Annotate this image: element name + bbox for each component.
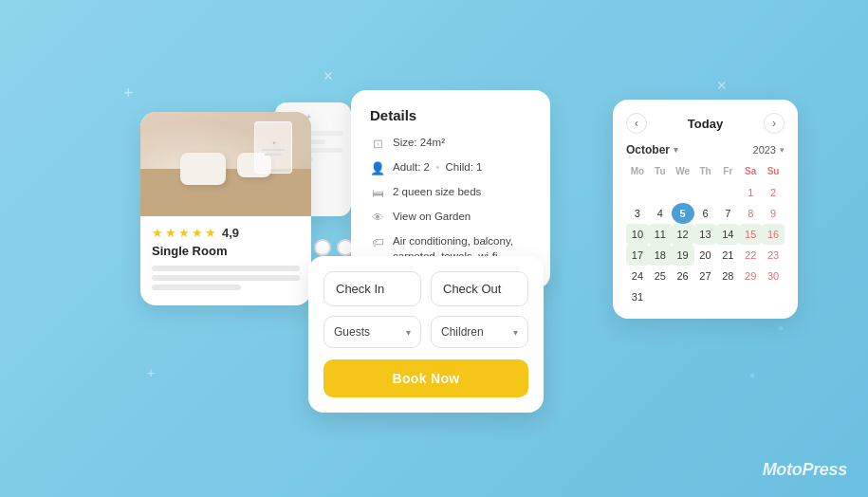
cal-day-empty-4 <box>694 182 717 203</box>
detail-guests: 👤 Adult: 2 • Child: 1 <box>370 159 531 175</box>
cal-day-6[interactable]: 6 <box>694 203 717 224</box>
view-text: View on Garden <box>393 209 471 224</box>
deco-cross-1: + <box>123 83 134 103</box>
cal-day-28[interactable]: 28 <box>716 266 739 286</box>
check-out-field[interactable]: Check Out <box>431 271 528 306</box>
calendar-today-label: Today <box>688 117 723 131</box>
cal-week-5: 24 25 26 27 28 29 30 <box>626 266 785 286</box>
room-name: Single Room <box>152 244 300 258</box>
month-chevron: ▾ <box>674 145 678 155</box>
cal-day-empty-7 <box>672 286 694 307</box>
cal-day-4[interactable]: 4 <box>649 203 672 224</box>
cal-day-25[interactable]: 25 <box>649 266 672 286</box>
details-title: Details <box>370 107 531 123</box>
check-dates-row: Check In Check Out <box>323 271 528 306</box>
cal-day-empty-5 <box>716 182 739 203</box>
cal-day-17[interactable]: 17 <box>626 245 649 266</box>
size-text: Size: 24m² <box>393 135 445 150</box>
cal-day-empty-2 <box>649 182 672 203</box>
children-chevron: ▾ <box>513 327 518 338</box>
bed-image: ✦ <box>140 112 311 216</box>
cal-day-27[interactable]: 27 <box>694 266 717 286</box>
guests-text: Adult: 2 • Child: 1 <box>393 159 482 175</box>
cal-day-18[interactable]: 18 <box>649 245 672 266</box>
calendar-next-button[interactable]: › <box>764 113 785 134</box>
cal-week-2: 3 4 5 6 7 8 9 <box>626 203 785 224</box>
cal-day-5-today[interactable]: 5 <box>672 203 694 224</box>
calendar-card: ‹ Today › October ▾ 2023 ▾ Mo Tu We Th F… <box>613 100 798 319</box>
children-select[interactable]: Children ▾ <box>431 316 528 348</box>
cal-day-30[interactable]: 30 <box>762 266 785 286</box>
calendar-year-label: 2023 <box>753 144 776 156</box>
cal-day-19[interactable]: 19 <box>672 245 694 266</box>
calendar-grid: Mo Tu We Th Fr Sa Su 1 2 3 4 5 6 7 8 9 <box>626 164 785 307</box>
dow-sa: Sa <box>739 164 762 178</box>
calendar-prev-button[interactable]: ‹ <box>626 113 647 134</box>
cal-week-1: 1 2 <box>626 182 785 203</box>
deco-x-1: ✕ <box>323 68 334 83</box>
calendar-month-select[interactable]: October ▾ <box>626 143 678 156</box>
dow-fr: Fr <box>716 164 739 178</box>
dow-su: Su <box>762 164 785 178</box>
cal-day-2[interactable]: 2 <box>762 182 785 203</box>
guest-options-row: Guests ▾ Children ▾ <box>323 316 528 348</box>
cal-day-empty-6 <box>649 286 672 307</box>
cal-day-8[interactable]: 8 <box>739 203 762 224</box>
cal-day-3[interactable]: 3 <box>626 203 649 224</box>
calendar-dow-row: Mo Tu We Th Fr Sa Su <box>626 164 785 178</box>
deco-circle-3: ● <box>749 370 755 380</box>
cal-day-31[interactable]: 31 <box>626 286 649 307</box>
hotel-card-body: ★ ★ ★ ★ ★ 4,9 Single Room <box>140 216 311 305</box>
cal-day-empty-1 <box>626 182 649 203</box>
cal-day-16[interactable]: 16 <box>762 224 785 245</box>
star-4: ★ <box>192 226 203 240</box>
cal-day-11[interactable]: 11 <box>649 224 672 245</box>
cal-week-4: 17 18 19 20 21 22 23 <box>626 245 785 266</box>
cal-day-1[interactable]: 1 <box>739 182 762 203</box>
cal-day-24[interactable]: 24 <box>626 266 649 286</box>
children-label: Children <box>441 325 484 339</box>
cal-week-3: 10 11 12 13 14 15 16 <box>626 224 785 245</box>
star-rating: ★ ★ ★ ★ ★ 4,9 <box>152 226 300 240</box>
beds-text: 2 queen size beds <box>393 184 481 199</box>
cal-day-21[interactable]: 21 <box>716 245 739 266</box>
cal-day-15[interactable]: 15 <box>739 224 762 245</box>
guests-select[interactable]: Guests ▾ <box>323 316 421 348</box>
calendar-month-row: October ▾ 2023 ▾ <box>626 143 785 156</box>
person-icon: 👤 <box>370 160 385 175</box>
detail-beds: 🛏 2 queen size beds <box>370 184 531 200</box>
book-now-button[interactable]: Book Now <box>323 359 528 397</box>
cal-day-14[interactable]: 14 <box>716 224 739 245</box>
cal-day-10[interactable]: 10 <box>626 224 649 245</box>
cal-day-20[interactable]: 20 <box>694 245 717 266</box>
cal-day-22[interactable]: 22 <box>739 245 762 266</box>
calendar-month-label: October <box>626 143 670 156</box>
cal-day-13[interactable]: 13 <box>694 224 717 245</box>
guests-label: Guests <box>334 325 370 339</box>
cal-day-7[interactable]: 7 <box>716 203 739 224</box>
detail-size: ⊡ Size: 24m² <box>370 135 531 151</box>
star-5: ★ <box>205 226 216 240</box>
deco-x-2: ✕ <box>716 78 728 93</box>
hotel-card: ✦ ★ ★ ★ ★ ★ 4,9 Single Room <box>140 112 311 305</box>
dow-th: Th <box>694 164 717 178</box>
cal-day-26[interactable]: 26 <box>672 266 694 286</box>
size-icon: ⊡ <box>370 136 385 151</box>
deco-circle-4: ● <box>778 322 784 333</box>
dow-tu: Tu <box>649 164 672 178</box>
cal-day-29[interactable]: 29 <box>739 266 762 286</box>
cal-day-empty-3 <box>672 182 694 203</box>
star-3: ★ <box>178 226 190 240</box>
eye-icon: 👁 <box>370 210 385 225</box>
cal-day-23[interactable]: 23 <box>762 245 785 266</box>
check-in-field[interactable]: Check In <box>323 271 421 306</box>
cal-day-12[interactable]: 12 <box>672 224 694 245</box>
calendar-year-select[interactable]: 2023 ▾ <box>753 144 785 156</box>
dot-2[interactable] <box>314 239 331 256</box>
dow-mo: Mo <box>626 164 649 178</box>
rating-value: 4,9 <box>222 226 239 240</box>
star-2: ★ <box>165 226 176 240</box>
year-chevron: ▾ <box>780 145 785 155</box>
cal-day-9[interactable]: 9 <box>762 203 785 224</box>
pillow-1 <box>180 153 226 185</box>
